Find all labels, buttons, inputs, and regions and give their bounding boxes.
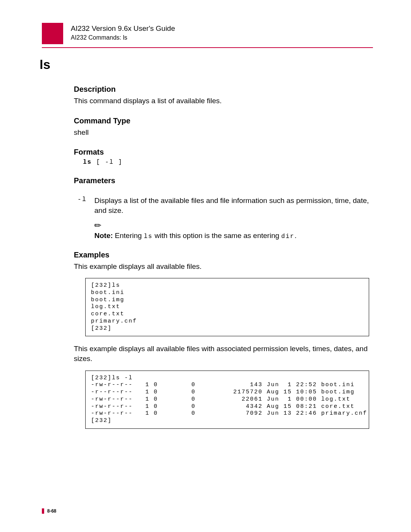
note-block: ✎ Note: Entering ls with this option is … (94, 221, 373, 240)
parameter-description: Displays a list of the available files a… (94, 196, 373, 215)
page-footer: 8-68 (42, 508, 56, 514)
examples-intro-2: This example displays all available file… (74, 344, 373, 363)
note-cmd-ls: ls (144, 233, 153, 240)
parameter-row: -l Displays a list of the available file… (72, 196, 373, 215)
footer-tick-icon (42, 508, 44, 514)
examples-intro-1: This example displays all available file… (74, 262, 373, 272)
section-head-command-type: Command Type (74, 117, 373, 125)
section-head-examples: Examples (74, 251, 373, 259)
formats-args: [ -l ] (92, 159, 123, 166)
parameter-flag: -l (72, 196, 87, 203)
guide-title: AI232 Version 9.6x User's Guide (71, 24, 175, 33)
header-divider (42, 47, 373, 48)
example-code-1: [232]ls boot.ini boot.img log.txt core.t… (85, 278, 369, 336)
note-cmd-dir: dir (281, 233, 295, 240)
page-container: AI232 Version 9.6x User's Guide AI232 Co… (0, 0, 411, 429)
section-head-description: Description (74, 85, 373, 94)
content-body: Description This command displays a list… (74, 85, 373, 429)
example-code-2: [232]ls -l -rw-r--r-- 1 0 0 143 Jun 1 22… (85, 371, 369, 429)
formats-code: ls [ -l ] (83, 159, 373, 166)
breadcrumb: AI232 Commands: ls (71, 34, 175, 41)
section-body-description: This command displays a list of availabl… (74, 96, 373, 106)
section-head-parameters: Parameters (74, 176, 373, 185)
section-head-formats: Formats (74, 148, 373, 157)
command-title: ls (40, 57, 373, 72)
header-text-block: AI232 Version 9.6x User's Guide AI232 Co… (71, 23, 175, 41)
note-pre: Entering (113, 232, 144, 240)
note-post: . (295, 232, 296, 240)
note-label: Note: (94, 232, 113, 240)
page-number: 8-68 (47, 508, 56, 514)
pencil-icon: ✎ (92, 220, 104, 232)
note-mid: with this option is the same as entering (153, 232, 281, 240)
brand-square-icon (42, 23, 63, 44)
formats-cmd: ls (83, 159, 92, 166)
section-body-command-type: shell (74, 128, 373, 137)
page-header: AI232 Version 9.6x User's Guide AI232 Co… (42, 23, 373, 44)
note-text: Note: Entering ls with this option is th… (94, 232, 373, 240)
